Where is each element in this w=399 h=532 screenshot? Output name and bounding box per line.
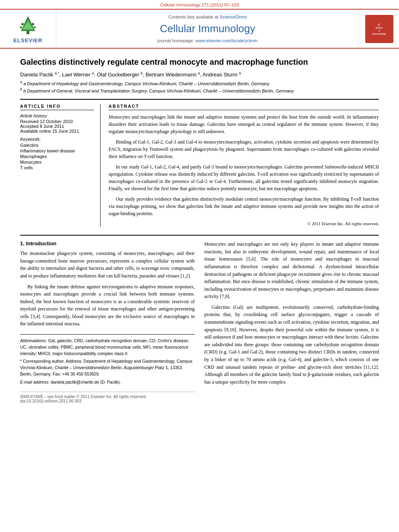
contents-line: Contents lists available at ScienceDirec…	[168, 14, 247, 19]
journal-title-area: Contents lists available at ScienceDirec…	[56, 10, 359, 48]
article-info-column: ARTICLE INFO Article history: Received 1…	[20, 104, 101, 227]
elsevier-tree-icon	[17, 14, 39, 36]
affiliation-b: b b Department of General, Visceral and …	[20, 87, 379, 93]
intro-right-p1: Monocytes and macrophages are not only k…	[204, 240, 379, 300]
intro-right-p2: Galectins (Gal) are multipotent, evoluti…	[204, 304, 379, 386]
copyright: © 2011 Elsevier Inc. All rights reserved…	[109, 220, 379, 227]
intro-left-p1: The mononuclear phagocyte system, consis…	[20, 250, 195, 279]
history-label: Article history:	[20, 113, 94, 118]
svg-point-4	[21, 23, 24, 25]
main-content: Galectins distinctively regulate central…	[0, 49, 399, 411]
journal-title: Cellular Immunology	[160, 23, 255, 35]
svg-point-7	[33, 27, 35, 29]
sciencedirect-link[interactable]: ScienceDirect	[220, 14, 247, 19]
intro-left-text: The mononuclear phagocyte system, consis…	[20, 250, 195, 328]
abbreviations: Abbreviations: Gal, galectin; CRD, carbo…	[20, 338, 195, 385]
journal-logo-box: C ellular I mmunology	[365, 15, 393, 43]
keyword-ibd: Inflammatory bowel disease	[20, 148, 94, 153]
abstract-para-4: Our study provides evidence that galecti…	[109, 195, 379, 217]
journal-logo-text: C ellular I mmunology	[372, 23, 386, 35]
svg-point-5	[32, 23, 34, 25]
affiliation-a: a a Department of Hepatology and Gastroe…	[20, 80, 379, 86]
journal-info-bar: Cellular Immunology 271 (2011) 97–103	[0, 0, 399, 9]
doi-line: doi:10.1016/j.cellimm.2011.06.003	[20, 399, 195, 403]
body-two-col: 1. Introduction The mononuclear phagocyt…	[20, 240, 379, 403]
intro-right-text: Monocytes and macrophages are not only k…	[204, 240, 379, 386]
elsevier-logo: ELSEVIER	[13, 14, 42, 43]
abbreviations-text: Abbreviations: Gal, galectin; CRD, carbo…	[20, 338, 195, 357]
keyword-tcells: T cells	[20, 165, 94, 170]
body-left-col: 1. Introduction The mononuclear phagocyt…	[20, 240, 195, 403]
issn-line: 0008-8749/$ – see front matter © 2011 El…	[20, 394, 195, 399]
authors: Daniela Paclik a,*, Lael Werner a, Olaf …	[20, 71, 379, 78]
abstract-para-1: Monocytes and macrophages link the innat…	[109, 113, 379, 135]
abstract-column: ABSTRACT Monocytes and macrophages link …	[109, 104, 379, 227]
homepage-url[interactable]: www.elsevier.com/locate/ycimm	[195, 38, 258, 43]
journal-homepage: journal homepage: www.elsevier.com/locat…	[158, 38, 258, 43]
keyword-macrophages: Macrophages	[20, 154, 94, 159]
journal-citation: Cellular Immunology 271 (2011) 97–103	[160, 2, 239, 7]
body-right-col: Monocytes and macrophages are not only k…	[204, 240, 379, 403]
abstract-para-2: Binding of Gal-1, Gal-2, Gal-3 and Gal-4…	[109, 138, 379, 160]
bottom-bar: 0008-8749/$ – see front matter © 2011 El…	[20, 392, 195, 403]
elsevier-text: ELSEVIER	[13, 37, 42, 43]
article-info-header: ARTICLE INFO	[20, 104, 94, 110]
body-content: 1. Introduction The mononuclear phagocyt…	[20, 235, 379, 403]
email-text: E-mail address: daniela.paclik@charite.d…	[20, 379, 195, 386]
intro-left-p2: By linking the innate defense against mi…	[20, 283, 195, 328]
keyword-monocytes: Monocytes	[20, 160, 94, 164]
abstract-text: Monocytes and macrophages link the innat…	[109, 113, 379, 227]
elsevier-logo-area: ELSEVIER	[0, 10, 56, 48]
svg-point-6	[20, 27, 22, 29]
abstract-para-3: In our study Gal-1, Gal-2, Gal-4, and pa…	[109, 163, 379, 192]
intro-title: 1. Introduction	[20, 240, 195, 246]
received-date: Received 12 October 2010 Accepted 8 June…	[20, 119, 94, 134]
journal-logo-area: C ellular I mmunology	[359, 10, 399, 48]
keywords-label: Keywords:	[20, 137, 94, 142]
page: Cellular Immunology 271 (2011) 97–103 EL…	[0, 0, 399, 532]
keyword-galectins: Galectins	[20, 143, 94, 148]
corresponding-text: * Corresponding author. Address: Departm…	[20, 358, 195, 377]
article-title: Galectins distinctively regulate central…	[20, 57, 379, 67]
journal-header: ELSEVIER Contents lists available at Sci…	[0, 9, 399, 49]
footnote-area: Abbreviations: Gal, galectin; CRD, carbo…	[20, 334, 195, 385]
abstract-header: ABSTRACT	[109, 104, 379, 110]
article-info-abstract-section: ARTICLE INFO Article history: Received 1…	[20, 99, 379, 227]
